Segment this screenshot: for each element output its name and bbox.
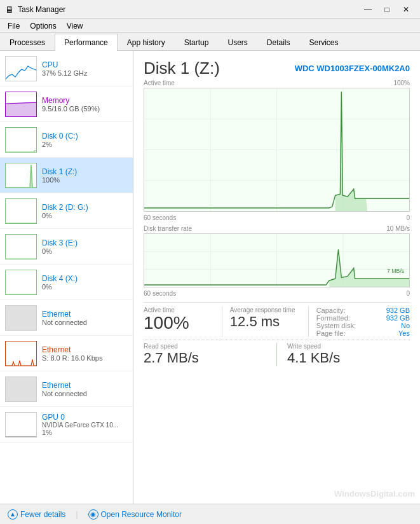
memory-thumbnail: [5, 92, 37, 117]
gpu-thumbnail: [5, 412, 37, 438]
stats-row: Active time 100% Average response time 1…: [144, 302, 410, 337]
capacity-row: Capacity: 932 GB: [316, 307, 410, 314]
memory-sparkline: [6, 92, 37, 117]
disk-details: Capacity: 932 GB Formatted: 932 GB Syste…: [308, 307, 410, 337]
write-speed-label: Write speed: [287, 343, 410, 350]
ethernet3-label: Ethernet: [42, 381, 128, 390]
disk1-sparkline: [6, 163, 37, 188]
sidebar-item-disk0[interactable]: Disk 0 (C:) 2%: [0, 122, 133, 158]
ethernet3-value: Not connected: [42, 390, 128, 397]
formatted-row: Formatted: 932 GB: [316, 314, 410, 322]
memory-label: Memory: [42, 96, 128, 105]
sidebar-item-disk3[interactable]: Disk 3 (E:) 0%: [0, 229, 133, 265]
read-speed-value: 2.7 MB/s: [144, 350, 266, 366]
open-resource-monitor-button[interactable]: ◉ Open Resource Monitor: [88, 509, 182, 520]
titlebar-controls: — □ ✕: [359, 3, 415, 16]
app-icon: 🖥: [5, 4, 14, 15]
menu-file[interactable]: File: [3, 20, 25, 32]
memory-info: Memory 9.5/16.0 GB (59%): [42, 96, 128, 113]
tab-startup[interactable]: Startup: [175, 34, 219, 51]
sidebar-item-disk1[interactable]: Disk 1 (Z:) 100%: [0, 158, 133, 193]
monitor-icon: ◉: [88, 509, 98, 520]
bottombar-separator: |: [76, 510, 78, 519]
avg-response-stat: Average response time 12.5 ms: [222, 307, 308, 337]
ethernet1-value: Not connected: [42, 319, 128, 326]
chart-bottom-label: Disk transfer rate: [144, 225, 192, 232]
menu-options[interactable]: Options: [25, 20, 61, 32]
disk2-value: 0%: [42, 212, 128, 219]
close-button[interactable]: ✕: [397, 3, 415, 16]
tab-performance[interactable]: Performance: [55, 34, 118, 51]
transfer-chart-svg: 7 MB/s: [144, 234, 409, 287]
gpu-value: 1%: [42, 429, 128, 436]
disk2-label: Disk 2 (D: G:): [42, 203, 128, 212]
tab-app-history[interactable]: App history: [118, 34, 175, 51]
disk4-thumbnail: [5, 270, 37, 295]
sidebar-item-cpu[interactable]: CPU 37% 5.12 GHz: [0, 51, 133, 86]
menu-view[interactable]: View: [62, 20, 88, 32]
sidebar-item-ethernet2[interactable]: Ethernet S: 8.0 R: 16.0 Kbps: [0, 336, 133, 371]
cpu-value: 37% 5.12 GHz: [42, 69, 128, 77]
disk2-info: Disk 2 (D: G:) 0%: [42, 203, 128, 219]
avg-response-value: 12.5 ms: [230, 314, 308, 330]
gpu-info: GPU 0 NVIDIA GeForce GTX 10... 1%: [42, 413, 128, 436]
sidebar-item-disk4[interactable]: Disk 4 (X:) 0%: [0, 265, 133, 300]
disk0-label: Disk 0 (C:): [42, 132, 128, 141]
svg-text:7 MB/s: 7 MB/s: [387, 268, 405, 274]
read-speed-group: Read speed 2.7 MB/s: [144, 343, 266, 366]
disk3-thumbnail: [5, 234, 37, 259]
disk1-thumbnail: [5, 163, 37, 188]
capacity-label: Capacity:: [316, 307, 346, 314]
write-speed-value: 4.1 KB/s: [287, 350, 410, 366]
capacity-value: 932 GB: [386, 307, 410, 314]
chart-bottom-time: 60 seconds 0: [144, 290, 410, 297]
chart-top-time: 60 seconds 0: [144, 214, 410, 221]
ethernet2-value: S: 8.0 R: 16.0 Kbps: [42, 354, 128, 362]
tab-users[interactable]: Users: [218, 34, 257, 51]
tab-details[interactable]: Details: [257, 34, 300, 51]
disk-title: Disk 1 (Z:): [144, 59, 220, 78]
memory-value: 9.5/16.0 GB (59%): [42, 105, 128, 113]
cpu-sparkline: [6, 57, 37, 81]
svg-marker-0: [6, 102, 37, 117]
write-speed-group: Write speed 4.1 KB/s: [287, 343, 410, 366]
maximize-button[interactable]: □: [378, 3, 396, 16]
app-title: Task Manager: [18, 5, 65, 14]
sidebar-item-ethernet1[interactable]: Ethernet Not connected: [0, 300, 133, 336]
formatted-label: Formatted:: [316, 314, 350, 322]
sidebar-item-memory[interactable]: Memory 9.5/16.0 GB (59%): [0, 86, 133, 122]
sidebar-item-ethernet3[interactable]: Ethernet Not connected: [0, 371, 133, 407]
read-speed-label: Read speed: [144, 343, 266, 350]
active-time-chart-svg: [144, 88, 409, 211]
gpu-label: GPU 0: [42, 413, 128, 422]
formatted-value: 932 GB: [386, 314, 410, 322]
page-file-label: Page file:: [316, 329, 346, 337]
disk1-value: 100%: [42, 176, 128, 184]
ethernet1-info: Ethernet Not connected: [42, 310, 128, 326]
sidebar-item-disk2[interactable]: Disk 2 (D: G:) 0%: [0, 193, 133, 229]
avg-response-label: Average response time: [230, 307, 308, 314]
disk1-label: Disk 1 (Z:): [42, 167, 128, 176]
disk1-info: Disk 1 (Z:) 100%: [42, 167, 128, 184]
ethernet3-info: Ethernet Not connected: [42, 381, 128, 397]
disk3-info: Disk 3 (E:) 0%: [42, 238, 128, 255]
transfer-rate-chart: 7 MB/s: [144, 233, 410, 287]
ethernet2-label: Ethernet: [42, 345, 128, 354]
ethernet2-thumbnail: [5, 341, 37, 366]
disk-model: WDC WD1003FZEX-00MK2A0: [295, 64, 410, 73]
system-disk-value: No: [401, 322, 410, 329]
minimize-button[interactable]: —: [359, 3, 377, 16]
cpu-thumbnail: [5, 56, 37, 81]
disk4-value: 0%: [42, 283, 128, 291]
tab-services[interactable]: Services: [300, 34, 348, 51]
chart-top-max: 100%: [393, 79, 410, 86]
ethernet3-thumbnail: [5, 376, 37, 402]
tab-processes[interactable]: Processes: [0, 34, 55, 51]
disk4-info: Disk 4 (X:) 0%: [42, 274, 128, 291]
speed-row: Read speed 2.7 MB/s Write speed 4.1 KB/s: [144, 340, 410, 366]
tab-bar: Processes Performance App history Startu…: [0, 33, 420, 51]
sidebar-item-gpu[interactable]: GPU 0 NVIDIA GeForce GTX 10... 1%: [0, 407, 133, 443]
fewer-details-button[interactable]: ▲ Fewer details: [8, 509, 65, 520]
ethernet2-info: Ethernet S: 8.0 R: 16.0 Kbps: [42, 345, 128, 362]
titlebar-left: 🖥 Task Manager: [5, 4, 65, 15]
